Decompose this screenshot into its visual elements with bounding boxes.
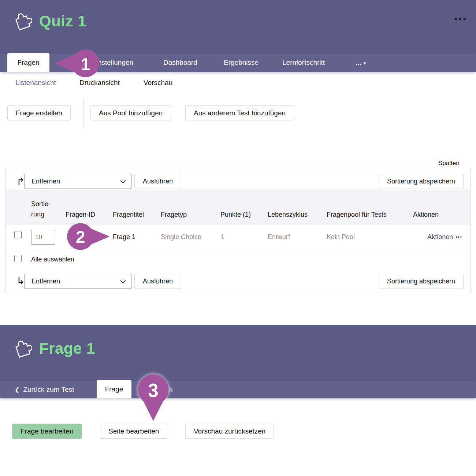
row-points: 1	[221, 233, 224, 241]
apply-to-selected-down-arrow-icon: ↳	[16, 276, 25, 286]
tab-dashboard[interactable]: Dashboard	[163, 59, 197, 67]
col-aktionen: Aktionen	[413, 210, 439, 220]
col-sortierung: Sortie- rung	[31, 199, 51, 220]
back-label: Zurück zum Test	[23, 386, 74, 393]
page-title: Frage 1	[39, 340, 95, 357]
row-lifecycle: Entwurf	[268, 233, 290, 241]
row-pool: Kein Pool	[327, 233, 355, 241]
col-fragen-id: Fragen-ID	[66, 210, 95, 220]
bulk-action-select-top[interactable]: Entfernen	[25, 174, 131, 189]
frage-header: Frage 1	[0, 325, 476, 381]
select-all-row: Alle auswählen	[5, 250, 471, 271]
chevron-down-icon	[120, 280, 126, 284]
row-question-type: Single Choice	[161, 233, 201, 241]
frage-erstellen-button[interactable]: Frage erstellen	[7, 105, 71, 120]
chevron-left-icon: ❮	[15, 387, 19, 393]
spalten-link[interactable]: Spalten	[438, 160, 460, 167]
subtab-druckansicht[interactable]: Druckansicht	[79, 79, 120, 87]
col-fragenpool: Fragenpool für Tests	[327, 210, 387, 220]
frage-bearbeiten-button[interactable]: Frage bearbeiten	[12, 424, 82, 439]
toolbar-divider	[83, 99, 84, 127]
bulk-action-value: Entfernen	[31, 278, 60, 285]
row-actions-dropdown[interactable]: Aktionen •••	[427, 233, 462, 241]
col-fragentitel: Fragentitel	[113, 210, 144, 220]
aus-pool-hinzufuegen-button[interactable]: Aus Pool hinzufügen	[90, 105, 171, 120]
vorschau-zuruecksetzen-button[interactable]: Vorschau zurücksetzen	[185, 424, 274, 439]
col-punkte: Punkte (1)	[220, 210, 251, 220]
tab-more-label: ...	[356, 59, 361, 66]
table-row: Frage 1 Single Choice 1 Entwurf Kein Poo…	[5, 225, 471, 250]
subtab-vorschau[interactable]: Vorschau	[144, 79, 172, 87]
row-question-title: Frage 1	[113, 233, 135, 241]
sortierung-abspeichern-button-top[interactable]: Sortierung abspeichern	[379, 174, 464, 189]
bulk-action-value: Entfernen	[31, 178, 60, 185]
page-title: Quiz 1	[39, 12, 86, 30]
zurueck-zum-test-link[interactable]: ❮Zurück zum Test	[15, 386, 74, 394]
chevron-down-icon	[120, 180, 126, 184]
bulk-action-select-bottom[interactable]: Entfernen	[25, 274, 131, 289]
ausfuehren-button-bottom[interactable]: Ausführen	[134, 274, 181, 289]
row-checkbox[interactable]	[14, 231, 22, 238]
ausfuehren-button-top[interactable]: Ausführen	[134, 174, 181, 189]
tab-more[interactable]: ...▾	[356, 59, 366, 67]
subtab-listenansicht[interactable]: Listenansicht	[15, 79, 56, 87]
question-table: ↱ Entfernen Ausführen Sortierung abspeic…	[5, 168, 471, 293]
page: Quiz 1 ●●● Einstellungen Dashboard Ergeb…	[0, 0, 476, 476]
sortierung-abspeichern-button-bottom[interactable]: Sortierung abspeichern	[379, 274, 464, 289]
seite-bearbeiten-button[interactable]: Seite bearbeiten	[100, 424, 167, 439]
puzzle-piece-icon	[10, 9, 32, 32]
chevron-down-icon: ▾	[364, 60, 366, 66]
sort-order-input[interactable]	[31, 230, 55, 245]
col-lebenszyklus: Lebenszyklus	[268, 210, 308, 220]
tab-ergebnisse[interactable]: Ergebnisse	[224, 59, 259, 67]
tab-frage-active[interactable]: Frage	[97, 380, 131, 398]
tab-partially-covered[interactable]: k	[169, 386, 173, 394]
quiz-tabbar: Einstellungen Dashboard Ergebnisse Lernf…	[0, 54, 476, 72]
ellipsis-icon: •••	[455, 235, 462, 240]
header-actions-menu-icon[interactable]: ●●●	[454, 15, 467, 22]
row-actions-label: Aktionen	[427, 233, 453, 241]
col-fragetyp: Fragetyp	[161, 210, 187, 220]
table-header-row: Sortie- rung Fragen-ID Fragentitel Frage…	[5, 190, 471, 225]
puzzle-piece-icon	[10, 336, 32, 360]
select-all-checkbox[interactable]	[14, 255, 22, 262]
tab-lernfortschritt[interactable]: Lernfortschritt	[282, 59, 325, 67]
frage-tabbar: ❮Zurück zum Test k Frage	[0, 381, 476, 398]
apply-to-selected-up-arrow-icon: ↱	[16, 177, 25, 187]
tab-einstellungen[interactable]: Einstellungen	[92, 59, 133, 67]
select-all-label: Alle auswählen	[31, 256, 74, 263]
aus-anderem-test-hinzufuegen-button[interactable]: Aus anderem Test hinzufügen	[185, 105, 294, 120]
tab-fragen-active[interactable]: Fragen	[7, 53, 49, 72]
quiz-header: Quiz 1 ●●●	[0, 0, 476, 54]
